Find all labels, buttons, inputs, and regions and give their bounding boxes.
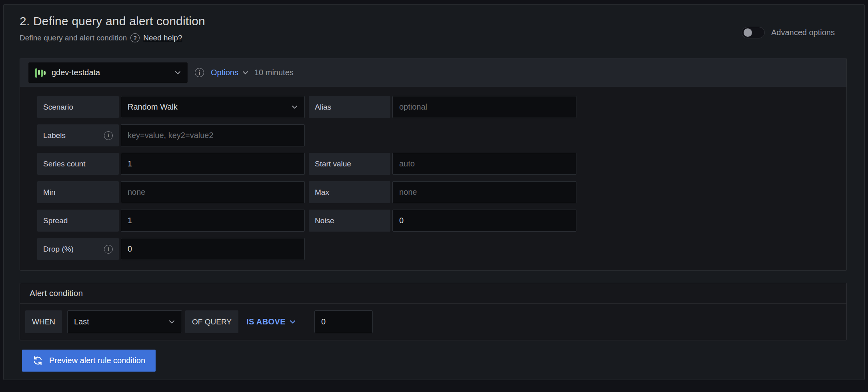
reducer-value: Last [74, 317, 89, 326]
min-label: Min [37, 181, 119, 203]
scenario-select[interactable]: Random Walk [121, 96, 305, 118]
chevron-down-icon [289, 318, 296, 325]
scenario-label: Scenario [37, 96, 119, 118]
chevron-down-icon [168, 318, 175, 325]
form-row-scenario-alias: Scenario Random Walk Alias [37, 96, 838, 118]
alert-condition-row: WHEN Last OF QUERY IS ABOVE [20, 304, 846, 340]
panel-subtitle: Define query and alert condition ? Need … [20, 33, 847, 42]
reducer-select[interactable]: Last [67, 310, 182, 333]
preview-button-label: Preview alert rule condition [49, 356, 145, 365]
spread-input[interactable] [121, 210, 305, 232]
alias-label: Alias [309, 96, 390, 118]
datasource-info-icon[interactable]: i [195, 68, 204, 77]
noise-label: Noise [309, 210, 390, 232]
form-row-spread-noise: Spread Noise [37, 210, 838, 232]
of-query-label: OF QUERY [185, 310, 238, 333]
query-editor-body: Scenario Random Walk Alias Labels i [20, 87, 846, 270]
alert-condition-card: Alert condition WHEN Last OF QUERY IS AB… [20, 283, 847, 340]
advanced-options-label: Advanced options [771, 28, 835, 37]
form-row-labels: Labels i [37, 124, 838, 146]
max-label: Max [309, 181, 390, 203]
datasource-picker[interactable]: gdev-testdata [28, 62, 188, 83]
time-range-label: 10 minutes [254, 68, 294, 77]
define-query-step-panel: 2. Define query and alert condition Defi… [3, 4, 865, 380]
options-toggle[interactable]: Options [211, 68, 249, 77]
refresh-icon [32, 355, 43, 366]
min-input[interactable] [121, 181, 305, 203]
panel-header: 2. Define query and alert condition Defi… [20, 14, 847, 42]
form-row-drop: Drop (%) i [37, 238, 838, 260]
start-value-input[interactable] [392, 153, 576, 175]
toggle-knob [744, 28, 752, 37]
chevron-down-icon [174, 69, 181, 76]
series-count-label: Series count [37, 153, 119, 175]
max-input[interactable] [392, 181, 576, 203]
drop-input[interactable] [121, 238, 305, 260]
evaluator-dropdown[interactable]: IS ABOVE [246, 317, 296, 326]
scenario-value: Random Walk [128, 102, 178, 112]
when-label: WHEN [25, 310, 62, 333]
options-label: Options [211, 68, 238, 77]
spread-label: Spread [37, 210, 119, 232]
testdata-datasource-icon [35, 66, 46, 79]
evaluator-value: IS ABOVE [246, 317, 286, 326]
page-title: 2. Define query and alert condition [20, 14, 847, 29]
form-row-min-max: Min Max [37, 181, 838, 203]
need-help-link[interactable]: Need help? [143, 34, 182, 42]
drop-label: Drop (%) i [37, 238, 119, 260]
subtitle-text: Define query and alert condition [20, 34, 127, 42]
help-circle-icon: ? [130, 33, 140, 42]
chevron-down-icon [291, 104, 298, 110]
alias-input[interactable] [392, 96, 576, 118]
preview-alert-rule-button[interactable]: Preview alert rule condition [22, 350, 156, 372]
alert-condition-title: Alert condition [20, 283, 846, 304]
advanced-options-control: Advanced options [742, 27, 835, 38]
advanced-options-toggle[interactable] [742, 27, 765, 38]
labels-input[interactable] [121, 124, 305, 146]
labels-label: Labels i [37, 124, 119, 146]
noise-input[interactable] [392, 210, 576, 232]
query-editor-header: gdev-testdata i Options 10 minutes [20, 58, 846, 87]
drop-info-icon[interactable]: i [104, 245, 113, 254]
query-editor-card: gdev-testdata i Options 10 minutes Scena… [20, 58, 847, 271]
labels-info-icon[interactable]: i [104, 131, 113, 140]
datasource-name: gdev-testdata [52, 68, 100, 77]
threshold-input[interactable] [314, 310, 373, 333]
chevron-down-icon [242, 69, 249, 76]
form-row-seriescount-startvalue: Series count Start value [37, 153, 838, 175]
start-value-label: Start value [309, 153, 390, 175]
series-count-input[interactable] [121, 153, 305, 175]
